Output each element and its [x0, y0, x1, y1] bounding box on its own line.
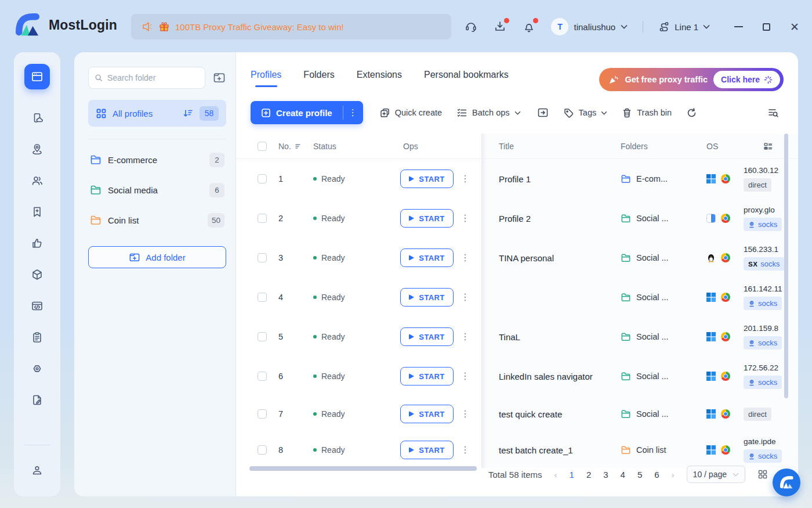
row-more-icon[interactable]: ⋮ [461, 214, 470, 223]
sidebar-item-api[interactable] [24, 297, 50, 315]
page-1[interactable]: 1 [570, 470, 574, 480]
promo-banner[interactable]: Get free proxy traffic Click here [599, 68, 784, 91]
create-profile-more-icon[interactable]: ⋮ [343, 107, 363, 118]
sidebar-item-recommend[interactable] [24, 234, 50, 253]
sidebar-item-drafts[interactable] [24, 391, 50, 409]
row-title: Profile 2 [481, 214, 621, 224]
prev-page-icon[interactable]: ‹ [554, 470, 557, 480]
row-checkbox[interactable] [258, 214, 267, 223]
sidebar-item-records[interactable] [24, 328, 50, 347]
sidebar-item-phone-cloud[interactable] [24, 109, 50, 127]
start-button[interactable]: START [400, 288, 454, 307]
party-popper-icon [608, 74, 619, 85]
next-page-icon[interactable]: › [672, 470, 675, 480]
row-more-icon[interactable]: ⋮ [461, 372, 470, 381]
chrome-icon [721, 332, 730, 341]
sidebar-item-account[interactable] [24, 461, 50, 480]
start-button[interactable]: START [400, 170, 454, 188]
folder-search[interactable] [88, 67, 205, 89]
line-selector[interactable]: Line 1 [658, 21, 710, 33]
sort-icon[interactable] [294, 143, 301, 150]
trash-icon [622, 107, 632, 118]
trash-bin-button[interactable]: Trash bin [622, 107, 672, 118]
proxy-socks-badge[interactable]: SX socks [744, 257, 785, 271]
row-more-icon[interactable]: ⋮ [461, 445, 470, 455]
page-5[interactable]: 5 [637, 470, 642, 480]
row-checkbox[interactable] [258, 253, 267, 262]
start-button[interactable]: START [400, 441, 454, 459]
page-4[interactable]: 4 [621, 470, 625, 480]
sidebar-item-apps[interactable] [24, 265, 50, 284]
proxy-socks-badge[interactable]: SX socks [744, 376, 782, 389]
row-more-icon[interactable]: ⋮ [461, 409, 470, 419]
minimize-button[interactable] [734, 26, 743, 27]
start-button[interactable]: START [400, 367, 454, 385]
batch-ops-button[interactable]: Batch ops [456, 107, 521, 118]
proxy-socks-badge[interactable]: SX socks [744, 449, 782, 463]
row-more-icon[interactable]: ⋮ [461, 253, 470, 262]
play-icon [409, 176, 414, 182]
tags-button[interactable]: Tags [563, 107, 608, 118]
start-button[interactable]: START [400, 209, 454, 228]
quick-create-button[interactable]: Quick create [379, 107, 442, 118]
row-more-icon[interactable]: ⋮ [461, 174, 470, 183]
search-filter-icon[interactable] [767, 107, 779, 118]
row-checkbox[interactable] [258, 174, 267, 183]
promo-click-here-button[interactable]: Click here [713, 71, 780, 88]
start-button[interactable]: START [400, 405, 454, 423]
tab-personal-bookmarks[interactable]: Personal bookmarks [424, 70, 509, 87]
folder-item-coin-list[interactable]: Coin list 50 [88, 210, 226, 230]
sidebar-item-bookmarks[interactable] [24, 203, 50, 221]
notifications-bell-icon[interactable] [522, 20, 536, 34]
row-checkbox[interactable] [258, 372, 267, 381]
sidebar-item-team[interactable] [24, 171, 50, 190]
vertical-scrollbar[interactable] [784, 134, 788, 398]
announcement-banner[interactable]: 100TB Proxy Traffic Giveaway: Easy to wi… [131, 14, 451, 39]
page-6[interactable]: 6 [654, 470, 659, 480]
page-size-select[interactable]: 10 / page [687, 466, 745, 483]
row-checkbox[interactable] [258, 445, 267, 455]
close-button[interactable]: ✕ [790, 21, 799, 33]
support-chat-button[interactable] [773, 469, 800, 496]
proxy-socks-badge[interactable]: SX socks [744, 218, 782, 231]
row-checkbox[interactable] [258, 409, 267, 419]
row-checkbox[interactable] [258, 293, 267, 302]
sidebar-item-profiles[interactable] [24, 64, 50, 89]
start-button[interactable]: START [400, 327, 454, 346]
download-icon[interactable] [493, 20, 507, 34]
row-more-icon[interactable]: ⋮ [461, 332, 470, 341]
row-os [706, 332, 744, 341]
column-settings-icon[interactable] [763, 142, 773, 152]
select-all-checkbox[interactable] [258, 142, 267, 151]
sidebar-item-proxy-location[interactable] [24, 140, 50, 158]
folder-search-input[interactable] [107, 73, 199, 82]
add-folder-button[interactable]: Add folder [88, 246, 226, 268]
tab-folders[interactable]: Folders [303, 70, 334, 87]
folder-item-ecommerce[interactable]: E-commerce 2 [88, 150, 226, 170]
support-headset-icon[interactable] [464, 20, 478, 34]
proxy-socks-badge[interactable]: SX socks [744, 297, 782, 310]
quick-create-icon [379, 107, 390, 118]
start-button[interactable]: START [400, 248, 454, 267]
sort-icon[interactable] [182, 108, 194, 118]
page-3[interactable]: 3 [603, 470, 608, 480]
sidebar-item-all-profiles[interactable]: All profiles 58 [88, 100, 226, 127]
folder-icon [621, 409, 631, 419]
tab-extensions[interactable]: Extensions [357, 70, 402, 87]
tab-profiles[interactable]: Profiles [251, 70, 281, 87]
new-folder-icon[interactable] [212, 71, 226, 85]
sidebar-item-settings[interactable] [24, 359, 50, 378]
user-menu[interactable]: T tinaliushuo [551, 18, 628, 35]
move-to-folder-icon[interactable] [537, 107, 549, 118]
card-view-icon[interactable] [757, 469, 768, 480]
app-title: MostLogin [49, 17, 117, 33]
page-2[interactable]: 2 [586, 470, 591, 480]
horizontal-scrollbar[interactable] [249, 466, 477, 471]
row-checkbox[interactable] [258, 332, 267, 341]
refresh-icon[interactable] [686, 107, 697, 118]
proxy-socks-badge[interactable]: SX socks [744, 336, 782, 350]
row-more-icon[interactable]: ⋮ [461, 293, 470, 302]
maximize-button[interactable] [763, 23, 770, 31]
folder-item-social-media[interactable]: Social media 6 [88, 180, 226, 200]
create-profile-button[interactable]: Create profile ⋮ [251, 101, 363, 124]
